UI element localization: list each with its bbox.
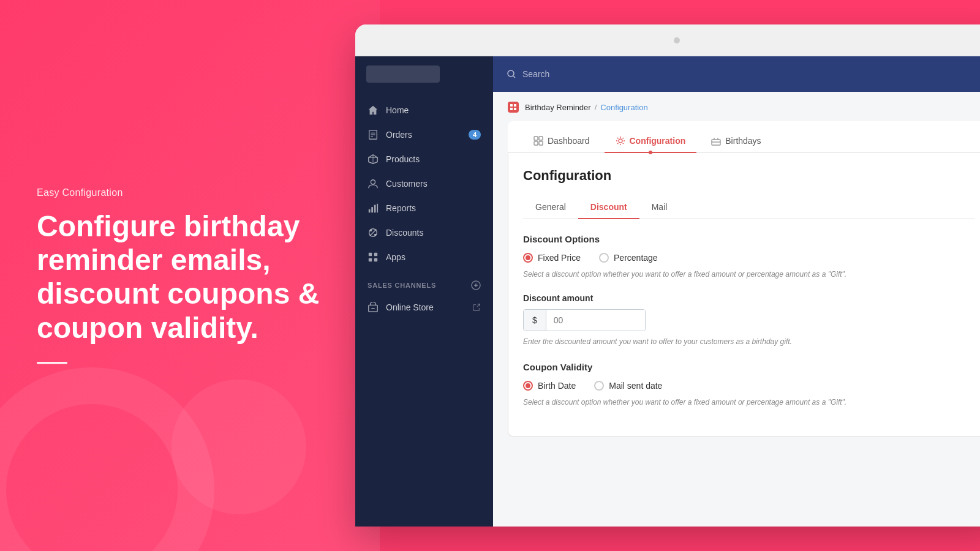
svg-point-36 (619, 139, 622, 143)
svg-rect-10 (374, 205, 376, 213)
discount-amount-input[interactable] (546, 310, 646, 331)
breadcrumb-app-name: Birthday Reminder (525, 103, 591, 112)
discount-amount-section: Discount amount $ Enter the discounted a… (523, 293, 974, 347)
svg-rect-17 (374, 253, 377, 256)
tagline: Easy Configuration (37, 187, 331, 198)
svg-point-26 (508, 70, 514, 77)
browser-topbar (355, 24, 980, 56)
svg-rect-11 (377, 204, 378, 212)
dashboard-tab-icon (533, 136, 543, 146)
discount-options-title: Discount Options (523, 234, 974, 244)
sub-tab-mail[interactable]: Mail (639, 196, 680, 219)
tab-configuration[interactable]: Configuration (605, 130, 697, 153)
sidebar-logo (355, 56, 493, 92)
svg-rect-28 (510, 104, 513, 107)
radio-fixed-price-circle (523, 253, 533, 263)
svg-rect-34 (534, 141, 538, 145)
main-content: Search Birthday Reminder / (493, 56, 980, 527)
radio-fixed-price[interactable]: Fixed Price (523, 253, 581, 263)
radio-birth-date-circle (523, 381, 533, 391)
coupon-validity-hint: Select a discount option whether you wan… (523, 397, 974, 408)
sidebar-nav: Home Orders 4 (355, 92, 493, 527)
coupon-validity-title: Coupon Validity (523, 362, 974, 372)
browser-window: Home Orders 4 (355, 24, 980, 527)
discount-options-group: Fixed Price Percentage (523, 253, 974, 263)
sidebar-item-discounts[interactable]: Discounts (355, 220, 493, 245)
svg-rect-16 (369, 253, 372, 256)
sidebar-item-online-store[interactable]: Online Store (355, 295, 493, 320)
sidebar-item-products[interactable]: Products (355, 147, 493, 171)
sales-channels-header: SALES CHANNELS (355, 269, 493, 295)
logo-placeholder (366, 66, 440, 83)
sub-tab-general[interactable]: General (523, 196, 578, 219)
sub-tabs: General Discount Mail (523, 196, 974, 219)
svg-rect-29 (514, 104, 516, 107)
sidebar: Home Orders 4 (355, 56, 493, 527)
configuration-tab-icon (616, 136, 625, 146)
search-bar[interactable]: Search (507, 69, 549, 79)
tab-birthdays[interactable]: Birthdays (700, 130, 772, 153)
sidebar-item-customers[interactable]: Customers (355, 171, 493, 196)
browser-dot (674, 37, 680, 43)
radio-mail-sent-date-circle (594, 381, 604, 391)
search-icon (507, 69, 516, 79)
radio-percentage[interactable]: Percentage (599, 253, 658, 263)
breadcrumb: Birthday Reminder / Configuration (493, 92, 980, 113)
svg-rect-9 (371, 207, 373, 212)
page-content: Birthday Reminder / Configuration Dashbo… (493, 92, 980, 527)
discount-options-hint: Select a discount option whether you wan… (523, 269, 974, 280)
svg-rect-32 (534, 137, 538, 140)
svg-point-7 (371, 180, 375, 184)
sidebar-item-home[interactable]: Home (355, 98, 493, 122)
deco-circle-small (172, 380, 306, 514)
external-link-icon (472, 303, 481, 312)
tab-active-indicator (649, 151, 652, 154)
orders-badge: 4 (469, 130, 481, 140)
tab-bar: Dashboard Configuration (508, 121, 980, 153)
admin-layout: Home Orders 4 (355, 56, 980, 527)
app-icon (508, 102, 519, 113)
sidebar-item-apps[interactable]: Apps (355, 245, 493, 269)
discounts-icon (368, 227, 379, 238)
tab-dashboard[interactable]: Dashboard (522, 130, 601, 153)
breadcrumb-separator: / (595, 103, 597, 112)
radio-mail-sent-date[interactable]: Mail sent date (594, 381, 662, 391)
sidebar-item-reports[interactable]: Reports (355, 196, 493, 220)
currency-symbol: $ (524, 310, 546, 331)
left-content: Easy Configuration Configure birthday re… (37, 187, 331, 364)
svg-rect-19 (374, 258, 377, 261)
svg-rect-8 (369, 209, 371, 212)
topbar: Search (493, 56, 980, 92)
products-icon (368, 154, 379, 165)
sidebar-item-orders[interactable]: Orders 4 (355, 122, 493, 147)
add-channel-icon[interactable] (471, 280, 481, 290)
online-store-icon (368, 302, 379, 313)
radio-percentage-circle (599, 253, 609, 263)
apps-icon (368, 252, 379, 263)
orders-icon (368, 129, 379, 140)
svg-rect-33 (539, 137, 543, 140)
discount-amount-input-wrapper: $ (523, 309, 646, 331)
svg-rect-30 (510, 108, 513, 110)
svg-rect-31 (514, 108, 516, 110)
home-icon (368, 105, 379, 116)
reports-icon (368, 203, 379, 214)
config-title: Configuration (523, 168, 974, 184)
coupon-validity-group: Birth Date Mail sent date (523, 381, 974, 391)
birthdays-tab-icon (711, 136, 721, 146)
radio-birth-date[interactable]: Birth Date (523, 381, 576, 391)
coupon-validity-section: Coupon Validity Birth Date Mail sent dat (523, 362, 974, 408)
config-panel: Configuration General Discount Mail (508, 153, 980, 437)
sub-tab-discount[interactable]: Discount (578, 196, 639, 219)
discount-amount-hint: Enter the discounted amount you want to … (523, 336, 974, 347)
discount-amount-label: Discount amount (523, 293, 974, 303)
headline: Configure birthday reminder emails, disc… (37, 209, 331, 345)
customers-icon (368, 178, 379, 189)
breadcrumb-current: Configuration (600, 103, 647, 112)
svg-rect-18 (369, 258, 372, 261)
underline-bar (37, 362, 67, 364)
svg-rect-35 (539, 141, 543, 145)
svg-line-27 (513, 76, 515, 78)
